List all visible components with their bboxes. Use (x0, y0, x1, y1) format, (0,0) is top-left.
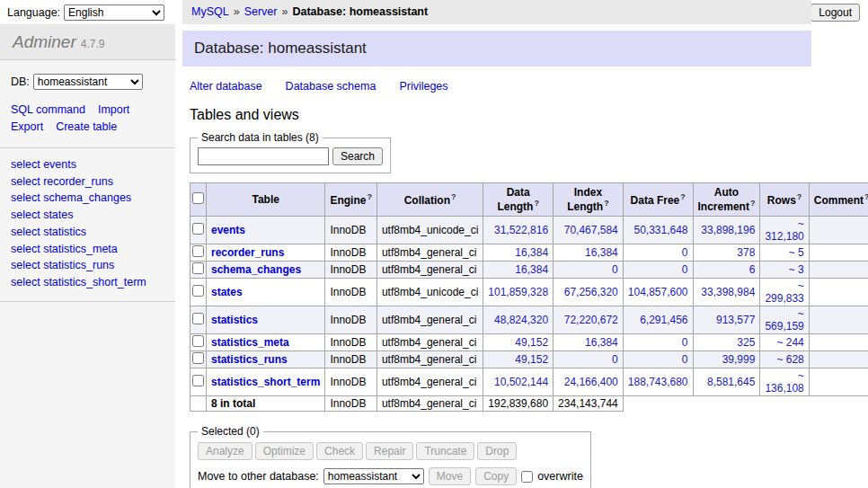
breadcrumb-link-server[interactable]: Server (244, 5, 278, 18)
row-checkbox[interactable] (192, 352, 204, 364)
comment-cell (809, 334, 868, 351)
table-link[interactable]: statistics_meta (211, 336, 289, 349)
data-free-cell: 0 (623, 244, 693, 262)
rows-cell: ~ 5 (760, 244, 809, 262)
db-action-link[interactable]: Database schema (286, 80, 376, 93)
help-link[interactable]: ? (604, 199, 609, 208)
breadcrumb-separator: » (234, 5, 240, 18)
col-header-auto-increment: Auto Increment? (693, 183, 760, 217)
sidebar-quick-link[interactable]: Import (98, 103, 129, 116)
engine-cell: InnoDB (325, 279, 377, 306)
table-name-cell: statistics_short_term (207, 368, 325, 396)
copy-button[interactable]: Copy (475, 467, 517, 485)
data-free-cell: 104,857,600 (623, 279, 693, 306)
sidebar-table-link[interactable]: select statistics_short_term (11, 274, 164, 291)
help-link[interactable]: ? (864, 192, 868, 201)
rows-cell: ~ 569,159 (760, 306, 809, 334)
move-db-select[interactable]: homeassistant (323, 468, 424, 484)
comment-cell (809, 368, 868, 396)
table-name-cell: statistics (207, 306, 325, 334)
table-row: schema_changes InnoDB utf8mb4_general_ci… (190, 262, 868, 279)
selected-action-button[interactable]: Analyze (198, 442, 252, 460)
selected-action-button[interactable]: Truncate (416, 442, 474, 460)
search-legend: Search data in tables (8) (198, 131, 323, 144)
index-length-cell: 16,384 (554, 244, 624, 262)
sidebar-quick-links: SQL commandImportExportCreate table (0, 93, 175, 148)
selected-action-button[interactable]: Drop (477, 442, 517, 460)
table-link[interactable]: statistics (211, 314, 258, 326)
sidebar-quick-link[interactable]: SQL command (11, 103, 85, 116)
sidebar-table-link[interactable]: select statistics_runs (11, 257, 164, 274)
help-link[interactable]: ? (750, 199, 756, 208)
total-check-cell (190, 396, 207, 412)
overwrite-checkbox[interactable] (521, 471, 533, 483)
sidebar-table-link[interactable]: select states (11, 207, 164, 224)
index-length-cell: 16,384 (554, 334, 624, 351)
row-checkbox[interactable] (192, 245, 204, 257)
sidebar-table-link[interactable]: select schema_changes (11, 190, 164, 207)
db-label: DB: (11, 75, 30, 88)
table-link[interactable]: schema_changes (211, 263, 301, 276)
sidebar-quick-link[interactable]: Create table (56, 120, 117, 133)
col-header-table: Table (207, 183, 325, 217)
engine-cell: InnoDB (325, 244, 377, 262)
auto-increment-cell: 325 (693, 334, 760, 351)
table-link[interactable]: events (211, 224, 245, 236)
move-row: Move to other database: homeassistant Mo… (198, 467, 583, 485)
search-input[interactable] (198, 147, 329, 165)
table-row: events InnoDB utf8mb4_unicode_ci 31,522,… (190, 217, 868, 244)
engine-cell: InnoDB (325, 368, 377, 396)
sidebar-table-link[interactable]: select statistics_meta (11, 241, 164, 258)
table-link[interactable]: statistics_runs (211, 353, 288, 366)
sidebar-table-link[interactable]: select statistics (11, 224, 164, 241)
table-link[interactable]: statistics_short_term (211, 376, 320, 388)
index-length-cell: 70,467,584 (554, 217, 624, 244)
col-header-rows: Rows? (760, 183, 809, 217)
data-free-cell: 6,291,456 (623, 306, 693, 334)
auto-increment-cell: 378 (693, 244, 760, 262)
search-button[interactable]: Search (332, 147, 383, 165)
breadcrumb-current: Database: homeassistant (292, 5, 428, 18)
search-fieldset: Search data in tables (8) Search (190, 131, 391, 173)
help-link[interactable]: ? (534, 199, 539, 208)
help-link[interactable]: ? (680, 192, 686, 201)
db-action-link[interactable]: Alter database (190, 80, 262, 93)
help-link[interactable]: ? (367, 192, 372, 201)
table-row: statistics InnoDB utf8mb4_general_ci 48,… (190, 306, 868, 334)
language-select[interactable]: English (64, 4, 164, 21)
sidebar-table-link[interactable]: select recorder_runs (11, 173, 164, 191)
app-header: Adminer4.7.9 (0, 24, 175, 60)
help-link[interactable]: ? (797, 192, 802, 201)
sidebar-table-link[interactable]: select events (11, 156, 164, 173)
row-checkbox[interactable] (192, 262, 204, 274)
row-checkbox[interactable] (192, 313, 204, 324)
sidebar-quick-link[interactable]: Export (11, 120, 43, 133)
row-checkbox[interactable] (192, 375, 204, 386)
data-free-cell: 0 (623, 334, 693, 351)
selected-action-button[interactable]: Repair (366, 442, 413, 460)
table-row: recorder_runs InnoDB utf8mb4_general_ci … (190, 244, 868, 262)
row-checkbox[interactable] (192, 223, 204, 235)
help-link[interactable]: ? (451, 192, 456, 201)
table-name-cell: states (207, 279, 325, 306)
row-checkbox[interactable] (192, 285, 204, 297)
breadcrumb-link-mysql[interactable]: MySQL (191, 5, 229, 18)
sidebar: Adminer4.7.9 DB:homeassistant SQL comman… (0, 24, 175, 488)
collation-cell: utf8mb4_unicode_ci (376, 217, 483, 244)
table-link[interactable]: states (211, 286, 243, 298)
col-header-data-free: Data Free? (623, 183, 693, 217)
selected-action-button[interactable]: Check (316, 442, 363, 460)
selected-legend: Selected (0) (198, 425, 263, 438)
selected-action-button[interactable]: Optimize (255, 442, 314, 460)
table-row: statistics_short_term InnoDB utf8mb4_gen… (190, 368, 868, 396)
move-button[interactable]: Move (429, 467, 471, 485)
db-select[interactable]: homeassistant (33, 74, 143, 90)
select-all-checkbox[interactable] (192, 192, 204, 204)
table-link[interactable]: recorder_runs (211, 246, 284, 259)
overwrite-label: overwrite (537, 470, 583, 483)
table-row: statistics_meta InnoDB utf8mb4_general_c… (190, 334, 868, 351)
total-label: 8 in total (207, 396, 325, 412)
row-checkbox[interactable] (192, 335, 204, 347)
db-action-link[interactable]: Privileges (399, 80, 447, 93)
rows-cell: ~ 3 (760, 262, 809, 279)
